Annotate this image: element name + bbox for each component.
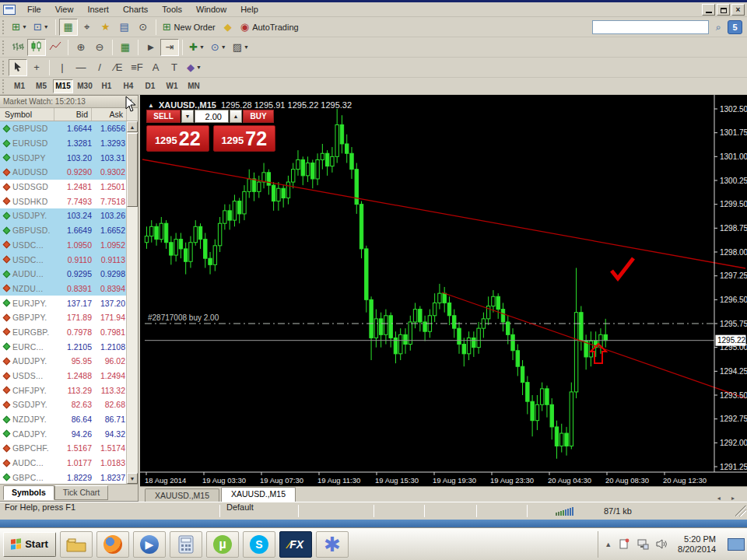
menu-charts[interactable]: Charts [116, 3, 155, 16]
indicators-button[interactable]: ✚▼ [186, 39, 208, 56]
line-chart-button[interactable] [46, 39, 65, 56]
menu-file[interactable]: File [20, 3, 48, 16]
market-watch-row[interactable]: AUDJPY.95.9596.02 [0, 354, 138, 369]
market-watch-row[interactable]: GBPC...1.82291.8237 [0, 471, 138, 485]
market-watch-row[interactable]: USDS...1.24881.2494 [0, 369, 138, 383]
taskbar-firefox-icon[interactable] [96, 531, 129, 558]
new-chart-button[interactable]: ⊞▼ [9, 19, 30, 36]
market-watch-row[interactable]: USDSGD1.24811.2501 [0, 180, 138, 194]
timeframe-m15[interactable]: M15 [53, 79, 73, 93]
restore-button[interactable] [717, 4, 730, 16]
minimize-button[interactable] [702, 4, 715, 16]
market-watch-tab-symbols[interactable]: Symbols [3, 485, 54, 500]
resize-grip[interactable] [735, 506, 746, 516]
taskbar-flower-app-icon[interactable]: ✱ [316, 531, 349, 558]
start-button[interactable]: Start [3, 532, 56, 557]
column-header-ask[interactable]: Ask [92, 108, 127, 121]
chart-canvas[interactable]: #28717008 buy 2.001302.501301.751301.001… [140, 95, 747, 486]
crosshair-button[interactable]: + [27, 59, 46, 76]
timeframe-w1[interactable]: W1 [162, 79, 182, 93]
buy-price-button[interactable]: 1295 72 [213, 125, 276, 152]
scroll-up-icon[interactable]: ▲ [127, 121, 138, 132]
market-watch-scrollbar[interactable]: ▲ ▼ [126, 121, 138, 484]
market-watch-row[interactable]: CHFJPY.113.29113.32 [0, 383, 138, 397]
sell-button[interactable]: SELL [146, 110, 181, 123]
market-watch-row[interactable]: EURGBP.0.79780.7981 [0, 325, 138, 340]
market-watch-row[interactable]: GBPUSD1.66441.6656 [0, 121, 138, 136]
market-watch-row[interactable]: USDJPY103.20103.31 [0, 150, 138, 165]
metaeditor-button[interactable]: ◆ [219, 19, 237, 36]
market-watch-row[interactable]: USDC...1.09501.0952 [0, 238, 138, 253]
templates-button[interactable]: ▨▼ [230, 39, 252, 56]
zoom-in-button[interactable]: ⊕ [72, 39, 90, 56]
market-watch-row[interactable]: EURC...1.21051.2108 [0, 339, 138, 354]
text-label-button[interactable]: T [165, 59, 184, 76]
network-icon[interactable] [636, 537, 649, 551]
market-watch-row[interactable]: AUDU...0.92950.9298 [0, 267, 138, 282]
market-watch-titlebar[interactable]: Market Watch: 15:20:13 × [0, 96, 138, 108]
column-header-bid[interactable]: Bid [54, 108, 92, 121]
profiles-button[interactable]: ⊡▼ [30, 19, 52, 36]
market-watch-row[interactable]: GBPCHF.1.51671.5174 [0, 441, 138, 456]
volume-up-icon[interactable]: ▲ [230, 110, 242, 123]
timeframe-m30[interactable]: M30 [75, 79, 95, 93]
market-watch-row[interactable]: SGDJPY.82.6382.68 [0, 397, 138, 412]
tab-scroll-arrows[interactable]: ◂ ▸ [717, 495, 747, 502]
taskbar-utorrent-icon[interactable]: µ [206, 531, 239, 558]
status-profile[interactable]: Default [220, 502, 298, 520]
taskbar-calculator-icon[interactable] [170, 531, 202, 558]
tray-expand-icon[interactable]: ▲ [605, 541, 612, 548]
menu-window[interactable]: Window [189, 3, 233, 16]
taskbar-clock[interactable]: 5:20 PM 8/20/2014 [673, 534, 716, 555]
data-window-button[interactable]: ⌖ [78, 19, 96, 36]
market-watch-row[interactable]: NZDU...0.83910.8394 [0, 282, 138, 296]
timeframe-h1[interactable]: H1 [96, 79, 117, 93]
menu-view[interactable]: View [48, 3, 81, 16]
column-header-symbol[interactable]: Symbol [0, 108, 54, 121]
timeframe-m5[interactable]: M5 [31, 79, 51, 93]
cursor-button[interactable] [9, 59, 27, 76]
market-watch-row[interactable]: EURJPY.137.17137.20 [0, 296, 138, 310]
buy-button[interactable]: BUY [243, 110, 274, 123]
periods-button[interactable]: ⊙▼ [208, 39, 230, 56]
timeframe-h4[interactable]: H4 [118, 79, 139, 93]
market-watch-row[interactable]: AUDC...1.01771.0183 [0, 456, 138, 471]
volume-input[interactable] [195, 110, 229, 123]
auto-scroll-button[interactable]: ► [142, 39, 160, 56]
market-watch-tab-tick-chart[interactable]: Tick Chart [54, 485, 108, 500]
search-input[interactable] [592, 20, 709, 34]
tile-windows-button[interactable]: ▦ [116, 39, 135, 56]
market-watch-row[interactable]: EURUSD1.32811.3293 [0, 136, 138, 151]
market-watch-row[interactable]: GBPJPY.171.89171.94 [0, 310, 138, 325]
market-watch-row[interactable]: AUDUSD0.92900.9302 [0, 165, 138, 180]
horizontal-line-button[interactable]: — [72, 59, 90, 76]
sell-price-button[interactable]: 1295 22 [146, 125, 209, 152]
terminal-button[interactable]: ▤ [115, 19, 134, 36]
navigator-button[interactable]: ★ [96, 19, 115, 36]
market-watch-row[interactable]: USDJPY.103.24103.26 [0, 208, 138, 223]
market-watch-toggle[interactable]: ▦ [59, 19, 78, 36]
candlestick-button[interactable] [27, 39, 46, 56]
vertical-line-button[interactable]: | [53, 59, 72, 76]
market-watch-row[interactable]: NZDJPY.86.6486.71 [0, 412, 138, 427]
volume-icon[interactable] [654, 537, 668, 551]
autotrading-button[interactable]: ◉AutoTrading [237, 19, 302, 36]
zoom-out-button[interactable]: ⊖ [90, 39, 109, 56]
volume-down-icon[interactable]: ▼ [181, 110, 194, 123]
menu-tools[interactable]: Tools [155, 3, 189, 16]
scroll-down-icon[interactable]: ▼ [127, 473, 138, 484]
market-watch-row[interactable]: CADJPY.94.2694.32 [0, 426, 138, 441]
fibonacci-button[interactable]: ≡F [128, 59, 146, 76]
trendline-button[interactable]: / [90, 59, 109, 76]
strategy-tester-button[interactable]: ⊙ [134, 19, 153, 36]
market-watch-row[interactable]: GBPUSD.1.66491.6652 [0, 223, 138, 238]
show-desktop-button[interactable] [728, 538, 745, 551]
arrows-button[interactable]: ◆▼ [184, 59, 205, 76]
search-icon[interactable]: ⌕ [711, 20, 725, 34]
chart-shift-button[interactable]: ⇥ [160, 39, 179, 56]
taskbar-fx-app-icon[interactable]: ⁄FX [279, 531, 312, 558]
mql5-community-icon[interactable]: 5 [728, 20, 742, 34]
chart-tab-1[interactable]: XAUUSD.,M15 [221, 487, 296, 502]
action-center-icon[interactable] [617, 537, 630, 551]
timeframe-mn[interactable]: MN [184, 79, 204, 93]
